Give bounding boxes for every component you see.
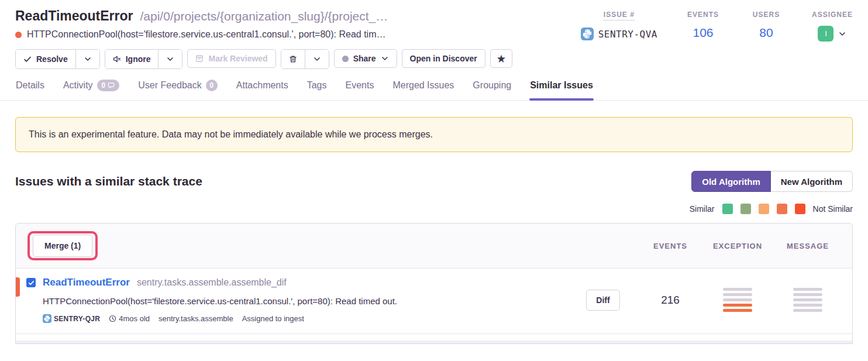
- similarity-bar: [793, 288, 822, 291]
- tab-events[interactable]: Events: [345, 77, 375, 100]
- column-header-message: MESSAGE: [773, 242, 843, 250]
- old-algorithm-button[interactable]: Old Algorithm: [691, 171, 770, 192]
- issue-tabs: Details Activity 0 User Feedback 0 Attac…: [0, 77, 868, 101]
- similar-issue-meta: SENTRY-QJR 4mos old sentry.tasks.assembl…: [43, 314, 568, 323]
- similarity-bar: [723, 298, 752, 301]
- issue-transaction-path: /api/0/projects/{organization_slug}/{pro…: [140, 9, 388, 23]
- similar-issue-link[interactable]: ReadTimeoutError: [43, 277, 130, 288]
- tab-label: Tags: [307, 80, 327, 91]
- similarity-bar: [793, 293, 822, 296]
- python-logo-icon: [43, 314, 51, 323]
- similarity-bar: [723, 288, 752, 291]
- tab-activity[interactable]: Activity 0: [63, 77, 120, 100]
- ignore-button-group: Ignore: [105, 49, 183, 69]
- share-button[interactable]: Share: [334, 49, 397, 68]
- stat-users: USERS 80: [749, 11, 784, 42]
- tab-label: Similar Issues: [530, 80, 593, 91]
- chevron-down-icon: [313, 55, 321, 63]
- row-checkbox[interactable]: [26, 278, 36, 287]
- users-count[interactable]: 80: [759, 26, 773, 40]
- python-logo-icon: [581, 27, 594, 40]
- similar-issue-row: ReadTimeoutError sentry.tasks.assemble.a…: [16, 269, 852, 334]
- column-header-events: EVENTS: [638, 242, 702, 250]
- comment-bubble-icon: [108, 82, 115, 89]
- bookmark-button[interactable]: ★: [490, 49, 512, 68]
- resolve-button[interactable]: Resolve: [16, 50, 75, 68]
- assignee-dropdown[interactable]: I: [818, 26, 846, 42]
- tab-details[interactable]: Details: [15, 77, 45, 100]
- similarity-bar: [723, 293, 752, 296]
- ignore-button[interactable]: Ignore: [105, 50, 159, 68]
- row-task: sentry.tasks.assemble: [159, 314, 233, 323]
- chevron-down-icon[interactable]: [838, 30, 846, 38]
- trash-icon: [289, 55, 297, 63]
- tab-tags[interactable]: Tags: [306, 77, 328, 100]
- alert-text: This is an experimental feature. Data ma…: [29, 129, 433, 139]
- delete-button-group: [281, 49, 329, 69]
- tab-label: Activity: [63, 80, 93, 91]
- issue-actions-toolbar: Resolve Ignore Mark Reviewed: [15, 49, 853, 69]
- similar-issues-panel: Merge (1) EVENTS EXCEPTION MESSAGE ReadT…: [15, 223, 853, 344]
- tab-similar-issues[interactable]: Similar Issues: [529, 77, 594, 100]
- issue-header: ReadTimeoutError /api/0/projects/{organi…: [0, 0, 868, 101]
- row-short-id: SENTRY-QJR: [54, 315, 100, 323]
- resolve-dropdown-button[interactable]: [75, 50, 99, 68]
- similar-issue-message: HTTPConnectionPool(host='filestore.servi…: [43, 296, 568, 306]
- share-status-dot: [342, 56, 349, 62]
- new-algorithm-button[interactable]: New Algorithm: [771, 171, 853, 192]
- algorithm-toggle: Old Algorithm New Algorithm: [691, 171, 853, 192]
- user-feedback-count-badge: 0: [206, 80, 218, 91]
- similarity-bar: [723, 304, 752, 307]
- badge-count: 0: [102, 81, 106, 90]
- resolve-button-group: Resolve: [15, 49, 100, 69]
- experimental-feature-alert: This is an experimental feature. Data ma…: [15, 117, 853, 152]
- ignore-label: Ignore: [126, 54, 151, 64]
- similar-issues-content: This is an experimental feature. Data ma…: [0, 101, 868, 344]
- stat-assignee: ASSIGNEE I: [812, 11, 853, 42]
- tab-merged-issues[interactable]: Merged Issues: [392, 77, 454, 100]
- error-level-dot: [15, 32, 22, 38]
- message-similarity-spectrum: [793, 288, 822, 312]
- similarity-legend: Similar Not Similar: [15, 204, 853, 214]
- tab-label: User Feedback: [138, 80, 202, 91]
- tab-attachments[interactable]: Attachments: [236, 77, 289, 100]
- delete-button[interactable]: [281, 50, 305, 68]
- legend-swatch: [795, 204, 805, 214]
- issue-title-line: ReadTimeoutError /api/0/projects/{organi…: [15, 8, 388, 24]
- assignee-avatar[interactable]: I: [818, 26, 833, 42]
- tab-grouping[interactable]: Grouping: [472, 77, 512, 100]
- open-in-discover-button[interactable]: Open in Discover: [402, 49, 485, 68]
- legend-swatch: [740, 204, 751, 214]
- tab-user-feedback[interactable]: User Feedback 0: [137, 77, 218, 100]
- events-count[interactable]: 106: [693, 26, 713, 40]
- mark-reviewed-button[interactable]: Mark Reviewed: [187, 49, 275, 68]
- legend-similar-label: Similar: [690, 204, 715, 214]
- similarity-bar: [793, 309, 822, 312]
- similarity-bar: [793, 304, 822, 307]
- diff-button[interactable]: Diff: [586, 290, 619, 311]
- legend-swatch: [722, 204, 733, 214]
- issue-culprit: HTTPConnectionPool(host='filestore.servi…: [27, 29, 386, 40]
- chevron-down-icon: [381, 54, 389, 63]
- row-events-count: 216: [661, 294, 680, 307]
- mark-reviewed-icon: [195, 54, 204, 63]
- chevron-down-icon: [84, 55, 92, 63]
- stat-events: EVENTS 106: [686, 11, 721, 42]
- delete-dropdown-button[interactable]: [305, 50, 329, 68]
- tab-label: Events: [346, 80, 374, 91]
- resolve-label: Resolve: [36, 54, 68, 64]
- merge-button[interactable]: Merge (1): [33, 235, 92, 257]
- legend-swatch: [759, 204, 769, 214]
- users-label: USERS: [753, 11, 780, 19]
- merge-annotation-wrapper: Merge (1): [27, 231, 98, 260]
- open-in-discover-label: Open in Discover: [410, 54, 477, 63]
- section-title: Issues with a similar stack trace: [15, 174, 202, 188]
- mark-reviewed-label: Mark Reviewed: [208, 54, 267, 63]
- activity-count-badge: 0: [97, 80, 120, 91]
- chevron-down-icon: [166, 55, 174, 63]
- panel-header: Merge (1) EVENTS EXCEPTION MESSAGE: [16, 224, 852, 269]
- tab-label: Merged Issues: [392, 80, 454, 91]
- ignore-dropdown-button[interactable]: [158, 50, 182, 68]
- mute-icon: [113, 55, 121, 63]
- events-label: EVENTS: [687, 11, 719, 19]
